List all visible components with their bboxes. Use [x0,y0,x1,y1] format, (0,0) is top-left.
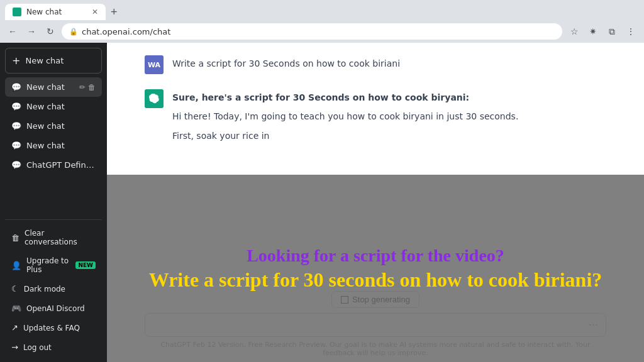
chat-item-4[interactable]: 💬 ChatGPT Definition [5,155,102,175]
bookmark-button[interactable]: ☆ [566,23,582,40]
chat-item-active[interactable]: 💬 New chat ✏ 🗑 [5,77,102,97]
new-tab-button[interactable]: + [106,4,123,20]
address-text: chat.openai.com/chat [82,27,170,36]
new-chat-label: New chat [25,56,64,65]
profile-button[interactable]: ✷ [585,23,601,40]
chat-item-label-3: New chat [26,141,96,150]
reload-button[interactable]: ↻ [43,24,58,39]
gpt-intro-text: Sure, here's a script for 30 Seconds on … [172,92,469,102]
chat-item-label-2: New chat [26,121,96,131]
address-bar-row: ← → ↻ 🔒 chat.openai.com/chat ☆ ✷ ⧉ ⋮ [0,20,644,43]
footer-clear[interactable]: 🗑 Clear conversations [5,224,102,251]
lock-icon: 🔒 [69,28,78,36]
app-container: + New chat 💬 New chat ✏ 🗑 💬 New chat 💬 N… [0,43,644,362]
back-button[interactable]: ← [5,24,20,39]
overlay-line1: Looking for a script for the video? [247,246,504,266]
chat-icon-3: 💬 [11,141,21,150]
user-message: WA Write a script for 30 Seconds on how … [145,55,606,74]
address-bar[interactable]: 🔒 chat.openai.com/chat [62,23,562,40]
overlay-line2: Write a script for 30 seconds on how to … [149,268,602,292]
tab-bar: New chat ✕ + [0,0,644,20]
footer-upgrade[interactable]: 👤 Upgrade to Plus NEW [5,251,102,279]
chat-icon: 💬 [11,82,21,92]
footer-logout-label: Log out [23,343,52,352]
openai-logo-icon [149,94,159,104]
chat-item-2[interactable]: 💬 New chat [5,116,102,136]
user-avatar: WA [145,55,164,74]
user-message-text: Write a script for 30 Seconds on how to … [172,57,606,70]
forward-button[interactable]: → [24,24,39,39]
new-badge: NEW [75,261,96,269]
user-message-body: Write a script for 30 Seconds on how to … [172,55,606,70]
chat-icon-4: 💬 [11,160,21,170]
dark-mode-icon: ☾ [11,284,19,293]
footer-dark[interactable]: ☾ Dark mode [5,279,102,299]
discord-icon: 🎮 [11,304,21,313]
user-avatar-initials: WA [148,61,160,69]
plus-icon: + [12,55,20,67]
footer-discord-label: OpenAI Discord [26,304,85,313]
tab-title: New chat [26,8,87,16]
clear-icon: 🗑 [11,233,19,243]
footer-discord[interactable]: 🎮 OpenAI Discord [5,299,102,318]
chat-item-label-1: New chat [26,102,96,111]
browser-actions: ☆ ✷ ⧉ ⋮ [566,23,639,40]
gpt-intro: Sure, here's a script for 30 Seconds on … [172,90,606,104]
tab-favicon [13,8,21,16]
tab-close-button[interactable]: ✕ [92,8,98,16]
faq-icon: ↗ [11,323,18,332]
gpt-message-body: Sure, here's a script for 30 Seconds on … [172,89,606,143]
footer-clear-label: Clear conversations [25,229,96,246]
active-tab[interactable]: New chat ✕ [5,4,106,20]
chat-item-actions: ✏ 🗑 [79,83,96,92]
chat-list: 💬 New chat ✏ 🗑 💬 New chat 💬 New chat 💬 N… [5,77,102,219]
gpt-message: Sure, here's a script for 30 Seconds on … [145,89,606,143]
footer-logout[interactable]: → Log out [5,337,102,357]
footer-upgrade-label: Upgrade to Plus [26,256,70,274]
sidebar-footer: 🗑 Clear conversations 👤 Upgrade to Plus … [5,219,102,357]
browser-chrome: New chat ✕ + ← → ↻ 🔒 chat.openai.com/cha… [0,0,644,43]
menu-button[interactable]: ⋮ [623,23,639,40]
new-chat-top-button[interactable]: + New chat [5,48,102,74]
gpt-line1: Hi there! Today, I'm going to teach you … [172,109,606,123]
chat-item-3[interactable]: 💬 New chat [5,136,102,155]
footer-faq-label: Updates & FAQ [23,324,80,332]
footer-dark-label: Dark mode [24,285,65,293]
chat-item-label: New chat [26,82,74,92]
delete-icon[interactable]: 🗑 [88,83,96,92]
logout-icon: → [11,343,18,352]
chat-icon-2: 💬 [11,121,21,131]
chat-icon-1: 💬 [11,102,21,111]
edit-icon[interactable]: ✏ [79,83,86,92]
upgrade-icon: 👤 [11,261,21,270]
footer-faq[interactable]: ↗ Updates & FAQ [5,318,102,337]
main-content: WA Write a script for 30 Seconds on how … [107,43,644,362]
gpt-line2: First, soak your rice in [172,129,606,143]
sidebar: + New chat 💬 New chat ✏ 🗑 💬 New chat 💬 N… [0,43,107,362]
gpt-avatar [145,89,164,108]
chat-item-1[interactable]: 💬 New chat [5,97,102,116]
extensions-button[interactable]: ⧉ [604,23,620,40]
chat-item-label-4: ChatGPT Definition [26,160,96,170]
overlay: Looking for a script for the video? Writ… [107,175,644,362]
